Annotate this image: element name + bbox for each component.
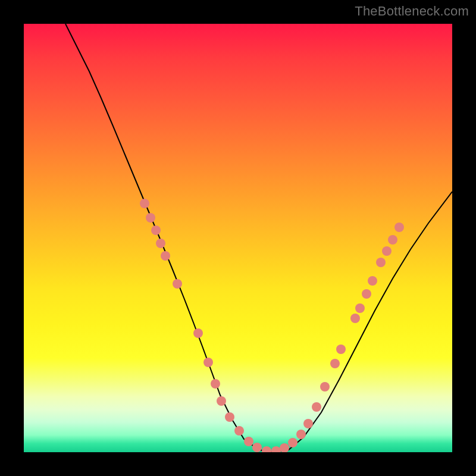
data-marker	[312, 402, 321, 412]
data-marker	[280, 443, 289, 452]
chart-frame: TheBottleneck.com	[0, 0, 476, 476]
data-marker	[244, 437, 253, 446]
data-marker	[156, 239, 165, 248]
data-marker	[382, 246, 392, 256]
marker-layer	[140, 199, 404, 452]
data-marker	[336, 345, 346, 354]
data-marker	[173, 279, 182, 289]
data-marker	[211, 379, 220, 389]
data-marker	[355, 303, 365, 313]
data-marker	[140, 199, 149, 208]
data-marker	[350, 314, 360, 323]
data-marker	[203, 358, 213, 367]
watermark-text: TheBottleneck.com	[355, 4, 469, 19]
data-marker	[225, 412, 234, 422]
data-marker	[330, 359, 340, 368]
data-marker	[161, 251, 170, 261]
data-marker	[320, 382, 330, 392]
data-marker	[146, 213, 155, 223]
data-marker	[151, 226, 161, 235]
data-marker	[193, 328, 203, 338]
data-marker	[271, 446, 281, 452]
data-marker	[303, 419, 313, 428]
plot-area	[24, 24, 452, 452]
data-marker	[252, 443, 262, 452]
data-marker	[388, 235, 397, 245]
data-marker	[368, 276, 377, 286]
data-marker	[362, 289, 371, 299]
data-marker	[262, 446, 271, 452]
chart-svg	[24, 24, 452, 452]
data-marker	[288, 438, 298, 447]
data-marker	[234, 426, 244, 436]
data-marker	[296, 430, 306, 439]
data-marker	[376, 258, 386, 267]
data-marker	[394, 223, 404, 232]
data-marker	[217, 396, 226, 406]
